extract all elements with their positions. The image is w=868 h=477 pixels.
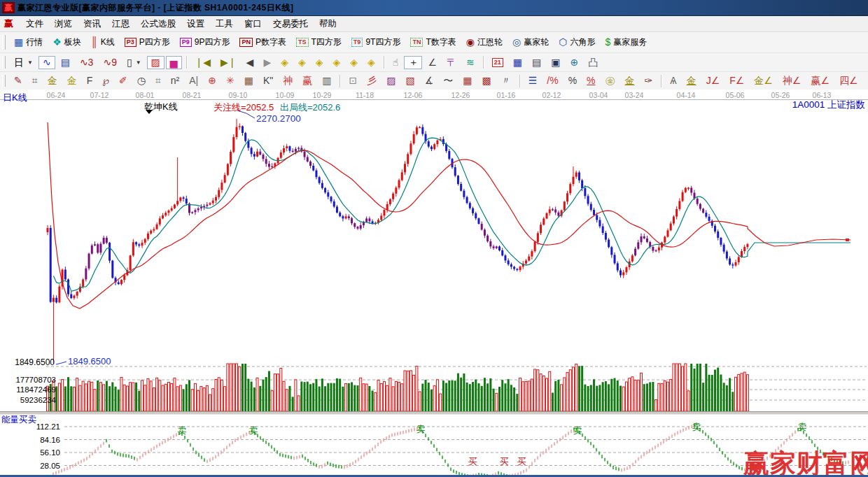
fan-box-tool[interactable]: ▨: [382, 74, 400, 87]
hand-button[interactable]: ☝: [388, 56, 403, 69]
menu-item-3[interactable]: 资讯: [78, 17, 106, 31]
fence2-tool[interactable]: ⌗: [151, 74, 165, 87]
red-brush-tool[interactable]: ✐: [115, 74, 132, 87]
parallel-tool[interactable]: 〃: [497, 74, 515, 87]
brush-ink-tool[interactable]: ✑: [640, 74, 657, 87]
web-save-button[interactable]: ⊕: [566, 56, 582, 69]
t-number-button[interactable]: TNT数字表: [406, 35, 460, 50]
gann-wheel-button[interactable]: ◉江恩轮: [462, 35, 507, 50]
menu-item-2[interactable]: 浏览: [49, 17, 78, 31]
diamond-left-button[interactable]: ◈: [276, 56, 293, 69]
winner-service-button[interactable]: $赢家服务: [601, 35, 651, 50]
menu-item-6[interactable]: 设置: [181, 17, 210, 31]
diamond-v-button[interactable]: ◈: [346, 56, 362, 69]
calendar-button[interactable]: 21: [488, 57, 507, 69]
star-web-tool[interactable]: ✳: [222, 74, 239, 87]
wave9-button[interactable]: ∿9: [99, 56, 121, 69]
a-line-tool[interactable]: A|: [185, 74, 202, 87]
toolbar-grip[interactable]: [2, 35, 6, 49]
gold-angle-tool[interactable]: 金∠: [750, 74, 777, 87]
gold-under-tool[interactable]: 金: [621, 74, 639, 87]
menu-app-icon[interactable]: 赢: [4, 17, 13, 30]
grid1-tool[interactable]: ▦: [458, 74, 476, 87]
diamond-h-button[interactable]: ◈: [312, 56, 328, 69]
prev-bar-button[interactable]: ◀: [242, 56, 258, 69]
a-wave-tool[interactable]: Ѧ: [666, 74, 680, 87]
crosshair-button[interactable]: ＋: [404, 56, 422, 69]
angle-fan-tool[interactable]: ∡: [421, 74, 438, 87]
indicator-title[interactable]: 能量买卖: [1, 414, 36, 426]
gantt-tool[interactable]: ☰: [524, 74, 542, 87]
info-doc-button[interactable]: ▤: [57, 56, 74, 69]
candle-style-button[interactable]: ▯▼: [122, 56, 146, 69]
green-wave-button[interactable]: ≋: [462, 56, 479, 69]
pct-tool[interactable]: %: [564, 74, 581, 87]
p-square-button[interactable]: P3P四方形: [120, 35, 174, 50]
menu-item-10[interactable]: 帮助: [314, 17, 342, 31]
fan-box2-tool[interactable]: ▧: [401, 74, 419, 87]
diamond-x-button[interactable]: ◈: [329, 56, 345, 69]
f-angle-tool[interactable]: F∠: [725, 74, 748, 87]
menu-item-9[interactable]: 交易委托: [267, 17, 314, 31]
p-number-button[interactable]: PNP数字表: [235, 35, 290, 50]
save-button[interactable]: ▣: [547, 56, 564, 69]
menu-item-5[interactable]: 公式选股: [135, 17, 181, 31]
clock-tool[interactable]: ◷: [133, 74, 150, 87]
sector-button[interactable]: ❖板块: [48, 35, 85, 50]
angle-line-button[interactable]: ∠: [424, 56, 441, 69]
gann-tool-button[interactable]: 〒: [442, 56, 461, 69]
wave-v-tool[interactable]: 〜: [439, 74, 457, 87]
hexagon-button[interactable]: ⬡六角形: [554, 35, 599, 50]
menu-item-8[interactable]: 窗口: [239, 17, 267, 31]
histogram-button[interactable]: ▅: [166, 56, 182, 69]
notes-button[interactable]: ▤: [528, 56, 545, 69]
print-button[interactable]: 凸: [584, 56, 602, 69]
calculator-button[interactable]: ▦: [509, 56, 526, 69]
diamond-right-button[interactable]: ◈: [294, 56, 310, 69]
last-bar-button[interactable]: ▶❘: [216, 56, 241, 69]
chart-area[interactable]: 卖卖卖卖卖卖买买买 06-2407-1208-0108-2109-1010-09…: [0, 90, 868, 477]
gold-fence-tool[interactable]: 金: [43, 74, 62, 87]
toolbar-grip[interactable]: [2, 56, 6, 69]
toolbar-grip[interactable]: [2, 75, 6, 87]
grid-box-tool[interactable]: ▦: [240, 74, 258, 87]
zigzag-box-button[interactable]: ▨: [147, 56, 164, 69]
wave-chart-button[interactable]: ∿: [38, 56, 55, 69]
ruler-tool[interactable]: ▥: [318, 74, 335, 87]
ninet-square-button[interactable]: T99T四方形: [347, 35, 405, 50]
k-quote-tool[interactable]: K": [259, 74, 277, 87]
pct-under-tool[interactable]: %: [582, 74, 599, 87]
period-day-button[interactable]: 日▼: [10, 56, 37, 69]
shen-fence-tool[interactable]: 神: [279, 74, 297, 87]
grid2-tool[interactable]: ▩: [477, 74, 495, 87]
spiral-tool[interactable]: ℘: [98, 74, 113, 87]
n-squared-tool[interactable]: n²: [167, 74, 183, 87]
fan-lines-tool[interactable]: 彡: [363, 74, 381, 87]
t-square-button[interactable]: TST四方形: [292, 35, 346, 50]
chart-canvas[interactable]: 卖卖卖卖卖卖买买买: [0, 90, 868, 477]
compass-tool[interactable]: ⊕: [204, 74, 220, 87]
ninep-square-button[interactable]: P99P四方形: [176, 35, 234, 50]
box-select-tool[interactable]: ⊡: [344, 74, 361, 87]
gold-strike-tool[interactable]: 金: [682, 74, 701, 87]
pct-line-tool[interactable]: /%: [542, 74, 562, 87]
pane-separator[interactable]: [0, 411, 868, 415]
gold-circle-tool[interactable]: ㊎: [601, 74, 620, 87]
four-angle-tool[interactable]: 四∠: [835, 74, 862, 87]
first-bar-button[interactable]: ❘◀: [191, 56, 216, 69]
f-fence-tool[interactable]: F: [83, 74, 97, 87]
win-box-tool[interactable]: 赢: [298, 74, 316, 87]
kline-button[interactable]: ║K线: [87, 35, 119, 50]
gold-fence2-tool[interactable]: 金: [63, 74, 81, 87]
pen-tool[interactable]: ✎: [10, 74, 27, 87]
j-angle-tool[interactable]: J∠: [702, 74, 724, 87]
winner-wheel-button[interactable]: ◎赢家轮: [508, 35, 553, 50]
diamond-all-button[interactable]: ◈: [363, 56, 379, 69]
market-grid-button[interactable]: ▦行情: [10, 35, 47, 50]
menu-item-1[interactable]: 文件: [20, 17, 49, 31]
shen-angle-tool[interactable]: 神∠: [778, 74, 806, 87]
next-bar-button[interactable]: ▶: [259, 56, 275, 69]
menu-item-4[interactable]: 江恩: [106, 17, 135, 31]
wave3-button[interactable]: ∿3: [76, 56, 98, 69]
fence-tool[interactable]: ⌗: [28, 74, 42, 87]
